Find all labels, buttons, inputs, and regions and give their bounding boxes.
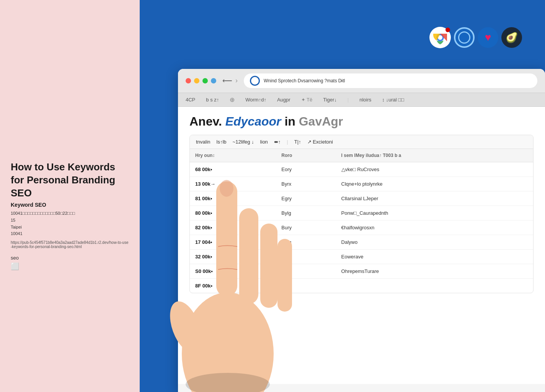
content-title-part2: Edycaoor [225,114,281,128]
hand-overlay [163,162,293,392]
tab-item-6[interactable]: ↕ ↓ural □□ [382,97,404,103]
svg-point-8 [220,180,233,197]
content-title-part3: in [284,114,295,128]
table-toolbar: tnvalin ls↑lb ~12lifeg ↓ lion ⬌↑ | T|↑ ↗… [190,135,533,149]
tag-icon: ⬜ [11,262,129,271]
chrome-icon[interactable] [429,27,451,48]
maximize-button[interactable] [202,78,208,83]
back-icon[interactable]: ⟵ [222,77,232,85]
col-header-volume: Hry oun↕ [190,149,276,162]
cell-description: Cllarsinal LJeper [336,191,533,206]
svg-rect-4 [216,181,237,296]
toolbar-item-3[interactable]: lion [260,139,268,145]
top-blue-area: ♥ 🥑 [140,0,545,71]
toolbar-item-0[interactable]: tnvalin [196,139,210,145]
article-title: How to Use Keywords for Personal Brandin… [11,161,129,199]
tab-item-5[interactable]: nloirs [359,97,371,103]
leaf-icon[interactable]: 🥑 [501,27,522,48]
tab-item-1[interactable]: b s z↑ [206,97,219,103]
toolbar-item-5[interactable]: T|↑ [294,139,301,145]
traffic-lights [186,78,216,83]
svg-rect-6 [260,224,277,308]
tab-item-2[interactable]: Worm↑d↑ [245,97,266,103]
article-url[interactable]: https://pub-5c454f571b8e40a3a2aad27ade84… [11,240,129,249]
cell-description: Clqne+lo ptolynrke [336,177,533,191]
tab-item-4[interactable]: Tiger↓ [323,97,337,103]
address-text[interactable]: Wnind Sprotech Dvsarrowing ?mats Dɨtl [264,78,531,83]
extra-button[interactable] [211,78,216,83]
content-title-part1: Anev. [189,114,222,128]
browser-icons-group: ♥ 🥑 [429,27,522,48]
cell-description [336,279,533,293]
toolbar-sep: | [287,139,288,145]
toolbar-item-6[interactable]: ↗ Excietoni [307,139,333,145]
content-title-part4: GavAgr [299,114,343,128]
cell-description: Eowerave [336,250,533,264]
browser-tabs-bar: 4CP b s z↑ ⊕ Worm↑d↑ Augpr ✦ Tē Tiger↓ |… [178,93,545,107]
minimize-button[interactable] [194,78,199,83]
cell-description: €halfowigrosxn [336,220,533,235]
address-bar[interactable]: Wnind Sprotech Dvsarrowing ?mats Dɨtl [244,74,537,88]
article-tag: seo [11,255,129,261]
tab-icon-1: ✦ Tē [301,97,313,103]
toolbar-item-2[interactable]: ~12lifeg ↓ [233,139,254,145]
tab-item-3[interactable]: Augpr [277,97,290,103]
svg-rect-5 [239,208,258,304]
forward-icon[interactable]: › [235,77,238,85]
cell-description: Ponw□_Caurapednth [336,206,533,220]
col-header-roro: Roro [276,149,336,162]
cell-description: Dalywo [336,235,533,250]
toolbar-item-1[interactable]: ls↑lb [217,139,227,145]
cell-description: OhrepemsTurare [336,264,533,279]
tab-icon-0: ⊕ [230,96,235,103]
svg-rect-7 [277,239,292,312]
content-title: Anev. Edycaoor in GavAgr [189,114,534,129]
tab-sep: | [348,97,349,103]
browser-chrome: ⟵ › Wnind Sprotech Dvsarrowing ?mats Dɨt… [178,69,545,93]
left-panel: How to Use Keywords for Personal Brandin… [0,0,140,392]
table-header-row: Hry oun↕ Roro I sem IMey iludua↑ T003 b … [190,149,533,162]
browser-circle-icon[interactable] [454,27,475,48]
article-subtitle: Keyword SEO [11,202,129,208]
heart-icon[interactable]: ♥ [478,27,498,48]
cell-description: △vke□ RuCroves [336,162,533,177]
close-button[interactable] [186,78,191,83]
col-header-description: I sem IMey iludua↑ T003 b a [336,149,533,162]
tab-item-0[interactable]: 4CP [186,97,195,103]
right-panel: ♥ 🥑 ⟵ › Wnind Sprotech Dvsarr [140,0,545,392]
nav-buttons: ⟵ › [222,77,238,85]
article-meta: 10041□□□□□□□□□□□□□50□22□□□ 15 Taipei 100… [11,210,129,237]
site-security-icon [250,76,260,86]
toolbar-item-4[interactable]: ⬌↑ [274,139,281,145]
